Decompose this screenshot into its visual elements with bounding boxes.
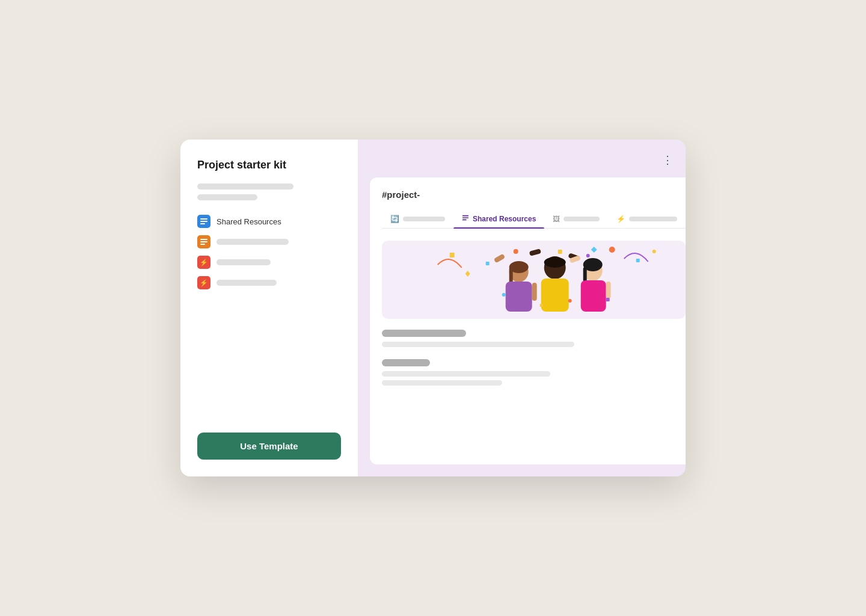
svg-rect-28 bbox=[541, 279, 569, 312]
more-icon: ⋮ bbox=[662, 154, 673, 166]
tab1-skeleton bbox=[403, 217, 445, 221]
svg-rect-6 bbox=[462, 215, 468, 217]
channel-label-bar-tasks bbox=[216, 239, 289, 245]
svg-rect-0 bbox=[200, 218, 207, 220]
preview-card: #project- 🔄 S bbox=[370, 177, 686, 464]
skeleton-line-1 bbox=[197, 183, 293, 189]
close-button[interactable]: × bbox=[684, 152, 686, 168]
tab4-icon: ⚡ bbox=[616, 215, 625, 223]
svg-point-17 bbox=[653, 250, 656, 253]
svg-rect-23 bbox=[506, 282, 532, 312]
channel-name-shared-resources: Shared Resources bbox=[216, 217, 281, 226]
shared-resources-icon bbox=[200, 217, 208, 226]
svg-rect-7 bbox=[462, 217, 468, 218]
channel-icon-automation1: ⚡ bbox=[197, 256, 210, 269]
content-block-2 bbox=[382, 359, 686, 389]
shared-resources-tab-icon bbox=[462, 214, 469, 221]
svg-point-27 bbox=[544, 257, 566, 268]
tab2-icon bbox=[462, 214, 469, 223]
svg-rect-11 bbox=[486, 262, 490, 265]
svg-rect-5 bbox=[200, 244, 205, 245]
skeleton-heading-1 bbox=[382, 330, 466, 337]
svg-rect-3 bbox=[200, 239, 207, 240]
svg-rect-38 bbox=[540, 304, 543, 307]
channel-icon-automation2: ⚡ bbox=[197, 276, 210, 289]
tab3-icon: 🖼 bbox=[553, 215, 560, 223]
channel-label-bar-automation1 bbox=[216, 259, 271, 265]
channel-title: #project- bbox=[382, 189, 686, 200]
channel-item-automation2[interactable]: ⚡ bbox=[197, 276, 341, 289]
channel-item-tasks[interactable] bbox=[197, 235, 341, 248]
svg-rect-10 bbox=[450, 253, 455, 257]
tab2-label: Shared Resources bbox=[473, 215, 536, 223]
tab-4[interactable]: ⚡ bbox=[608, 210, 686, 228]
left-panel: Project starter kit Shared Resources bbox=[180, 140, 358, 476]
svg-rect-4 bbox=[200, 241, 207, 242]
svg-rect-13 bbox=[558, 250, 562, 254]
channel-label-bar-automation2 bbox=[216, 280, 277, 286]
tab-1[interactable]: 🔄 bbox=[382, 210, 453, 228]
celebration-svg bbox=[382, 241, 686, 319]
svg-rect-16 bbox=[636, 259, 640, 262]
channel-item-automation1[interactable]: ⚡ bbox=[197, 256, 341, 269]
panel-controls: ⋮ × bbox=[370, 152, 686, 168]
svg-point-12 bbox=[514, 249, 518, 254]
svg-point-39 bbox=[568, 299, 572, 303]
svg-point-15 bbox=[609, 247, 615, 253]
skeleton-text-2b bbox=[382, 380, 502, 386]
tab1-icon: 🔄 bbox=[390, 215, 399, 223]
svg-rect-34 bbox=[581, 280, 606, 312]
channel-item-shared-resources[interactable]: Shared Resources bbox=[197, 215, 341, 228]
svg-rect-33 bbox=[583, 267, 587, 282]
skeleton-text-2a bbox=[382, 371, 550, 377]
tab3-skeleton bbox=[564, 217, 600, 221]
skeleton-line-2 bbox=[197, 194, 257, 200]
channel-list: Shared Resources ⚡ bbox=[197, 215, 341, 433]
template-title: Project starter kit bbox=[197, 159, 341, 171]
skeleton-text-1 bbox=[382, 342, 574, 347]
svg-point-37 bbox=[502, 293, 506, 297]
right-panel: ⋮ × #project- 🔄 bbox=[358, 140, 686, 476]
tasks-icon bbox=[200, 238, 208, 246]
description-skeleton bbox=[197, 183, 341, 200]
celebration-illustration bbox=[382, 241, 686, 319]
tab4-skeleton bbox=[629, 217, 677, 221]
tab-shared-resources[interactable]: Shared Resources bbox=[453, 209, 544, 228]
svg-point-14 bbox=[586, 254, 590, 257]
svg-rect-36 bbox=[606, 282, 611, 298]
content-block-1 bbox=[382, 330, 686, 351]
channel-icon-shared-resources bbox=[197, 215, 210, 228]
tab-3[interactable]: 🖼 bbox=[544, 210, 608, 228]
tabs-row: 🔄 Shared Resources bbox=[382, 209, 686, 229]
modal-container: Project starter kit Shared Resources bbox=[180, 140, 686, 476]
svg-rect-8 bbox=[462, 220, 467, 221]
use-template-button[interactable]: Use Template bbox=[197, 433, 341, 460]
svg-rect-40 bbox=[606, 298, 610, 301]
svg-rect-2 bbox=[200, 223, 205, 224]
skeleton-heading-2 bbox=[382, 359, 430, 366]
more-options-button[interactable]: ⋮ bbox=[659, 152, 677, 168]
svg-rect-25 bbox=[532, 283, 537, 301]
svg-rect-1 bbox=[200, 221, 207, 222]
channel-icon-tasks bbox=[197, 235, 210, 248]
